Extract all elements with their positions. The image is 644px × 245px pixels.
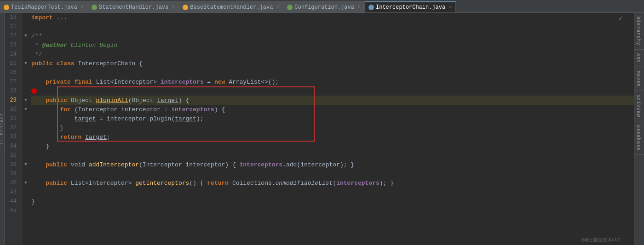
fold-32 — [22, 123, 29, 132]
getinterceptors-close: ); } — [380, 180, 394, 187]
fold-43 — [22, 188, 29, 197]
ln-35: 35 — [5, 151, 19, 160]
code-line-32: } — [31, 123, 634, 132]
ln-34: 34 — [5, 142, 19, 151]
sciview-panel[interactable]: SciView — [634, 91, 644, 121]
tab-close-configuration[interactable]: × — [358, 5, 361, 10]
target-arg-31: target — [175, 115, 196, 122]
fold-icon-36[interactable]: ▼ — [24, 162, 27, 167]
code-line-30: for (Interceptor interceptor : intercept… — [31, 105, 634, 114]
fold-36[interactable]: ▼ — [22, 160, 29, 169]
left-gutter-project[interactable]: 1: Project — [0, 13, 5, 245]
public-kw-40: public — [46, 180, 67, 187]
fold-24 — [22, 50, 29, 59]
ln-44: 44 — [5, 197, 19, 206]
code-line-39 — [31, 169, 634, 178]
target-param: target — [157, 97, 178, 104]
final-kw: final — [75, 79, 92, 85]
space-33 — [81, 134, 85, 141]
indent-30 — [31, 106, 60, 113]
tab-statementhandler[interactable]: StatementHandler.java × — [88, 1, 179, 12]
tab-teslamapper[interactable]: TeslaMapperTest.java × — [0, 1, 88, 12]
ln-45: 45 — [5, 206, 19, 215]
indent-40 — [31, 180, 46, 187]
fold-29[interactable]: ▼ — [22, 96, 29, 105]
code-container: 18 21 22 23 24 25 26 27 28 29 30 31 32 3… — [5, 13, 634, 245]
fold-26 — [22, 68, 29, 77]
interceptors-arg-40: ( — [333, 180, 336, 187]
pluginall-brace: ) { — [178, 97, 189, 104]
arraylist: ArrayList<>(); — [225, 79, 279, 85]
return-kw: return — [60, 134, 81, 141]
code-line-23: * @author Clinton Begin — [31, 40, 634, 50]
public-kw-25: public — [31, 60, 53, 67]
hierarchy-panel[interactable]: Hierarchy — [634, 13, 644, 50]
ln-40: 40 — [5, 178, 19, 188]
tab-label-configuration: Configuration.java — [294, 4, 354, 11]
indent-32 — [31, 125, 60, 131]
ln-23: 23 — [5, 40, 19, 50]
tab-interceptorchain[interactable]: InterceptorChain.java × — [365, 1, 456, 12]
project-panel-label: 1: Project — [0, 113, 5, 145]
getinterceptors-method: getInterceptors — [135, 180, 189, 187]
tab-icon-interceptorchain — [368, 5, 374, 10]
code-line-34: } — [31, 142, 634, 151]
tab-close-interceptorchain[interactable]: × — [449, 5, 452, 10]
class-kw-25: class — [57, 60, 75, 67]
fold-icon-40[interactable]: ▼ — [24, 181, 27, 185]
fold-40[interactable]: ▼ — [22, 178, 29, 188]
tab-label-interceptorchain: InterceptorChain.java — [376, 4, 445, 11]
tab-label-basestatementhandler: BaseStatementHandler.java — [190, 4, 273, 11]
fold-icon-29[interactable]: ▼ — [24, 98, 27, 103]
author-value: Clinton Begin — [67, 42, 117, 49]
pluginall-method: pluginAll — [96, 97, 128, 104]
eq: = — [204, 79, 214, 85]
author-tag: @author — [42, 42, 67, 49]
editor-area[interactable]: ✓ 18 21 22 23 24 25 26 27 28 29 30 31 32… — [5, 13, 634, 245]
tab-close-basestatementhandler[interactable]: × — [276, 5, 279, 10]
ln-27: 27 — [5, 77, 19, 86]
maven-panel[interactable]: Maven — [634, 67, 644, 91]
ln-36: 36 — [5, 160, 19, 169]
indent-36 — [31, 161, 46, 168]
public-kw-36: public — [46, 161, 67, 168]
space-25a — [53, 60, 57, 67]
code-line-26 — [31, 68, 634, 77]
tab-close-teslamapper[interactable]: × — [81, 5, 84, 10]
comment-end: */ — [31, 51, 42, 58]
semi-31: ); — [196, 115, 204, 122]
fold-icon-22[interactable]: ▼ — [24, 34, 27, 38]
ln-28: 28 — [5, 86, 19, 96]
code-line-21 — [31, 22, 634, 31]
ln-24: 24 — [5, 50, 19, 59]
fold-21 — [22, 22, 29, 31]
target-33: target — [85, 134, 107, 141]
ln-21: 21 — [5, 22, 19, 31]
addinterceptor-method: addInterceptor — [89, 161, 139, 168]
fold-30[interactable]: ▼ — [22, 105, 29, 114]
ln-32: 32 — [5, 123, 19, 132]
fold-icon-30[interactable]: ▼ — [24, 107, 27, 112]
getinterceptors-open: () { — [189, 180, 207, 187]
import-dots: ... — [53, 14, 67, 21]
breakpoint-icon — [31, 88, 37, 94]
tab-close-statementhandler[interactable]: × — [172, 5, 175, 10]
ant-panel[interactable]: Ant — [634, 50, 644, 67]
fold-25[interactable]: ▼ — [22, 59, 29, 68]
fold-22[interactable]: ▼ — [22, 31, 29, 40]
code-line-45 — [31, 206, 634, 215]
tab-configuration[interactable]: Configuration.java × — [283, 1, 365, 12]
database-panel[interactable]: Database — [634, 121, 644, 155]
for-close: ) { — [214, 106, 225, 113]
fold-icon-25[interactable]: ▼ — [24, 61, 27, 66]
fold-39 — [22, 169, 29, 178]
collections-call: Collections. — [229, 180, 275, 187]
tab-icon-statementhandler — [92, 5, 97, 10]
tab-icon-configuration — [287, 5, 293, 10]
new-kw: new — [214, 79, 225, 85]
tab-basestatementhandler[interactable]: BaseStatementHandler.java × — [179, 1, 283, 12]
fold-18 — [22, 13, 29, 22]
ln-22: 22 — [5, 31, 19, 40]
watermark-text: @楠土疆全技术ok2 — [581, 237, 620, 243]
ln-30: 30 — [5, 105, 19, 114]
